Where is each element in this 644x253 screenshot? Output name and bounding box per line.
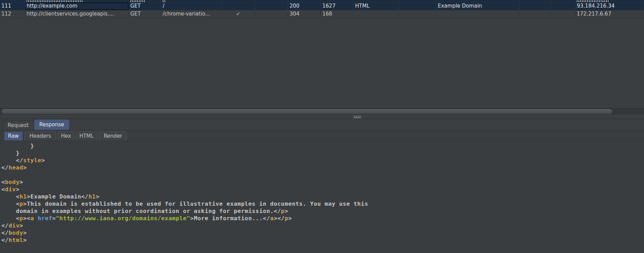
code-line: </html> [1,236,644,244]
table-row-partial[interactable] [0,0,644,2]
code-line: domain in examples without prior coordin… [1,207,644,215]
table-cell[interactable]: 112 [0,10,26,18]
table-cell[interactable] [255,10,288,18]
clipped-text-fragment [163,0,166,2]
table-cell[interactable]: HTML [353,2,399,10]
code-line: <body> [1,178,644,186]
table-row-112[interactable]: 112http://clientservices.googleapis....G… [0,10,644,18]
code-line: </body> [1,229,644,236]
table-cell[interactable] [551,10,576,18]
code-line: </head> [1,164,644,171]
clipped-text-fragment [130,0,145,2]
table-cell[interactable] [551,2,576,10]
view-mode-tabbar: RawHeadersHexHTMLRender [0,130,644,141]
clipped-text-fragment [577,0,609,2]
table-cell[interactable] [222,2,255,10]
subtab-hex[interactable]: Hex [58,132,74,140]
code-line: <p><a href="http://www.iana.org/domains/… [1,215,644,222]
message-editor-panel: RequestResponse RawHeadersHexHTMLRender … [0,119,644,253]
table-cell[interactable] [520,2,551,10]
table-cell[interactable]: http://clientservices.googleapis.... [26,10,129,18]
code-line: } [1,142,644,149]
code-line: <div> [1,186,644,193]
table-cell[interactable]: GET [129,10,161,18]
table-rows: 111http://example.comGET/2001627HTMLExam… [0,2,644,18]
table-cell[interactable] [642,2,644,10]
code-line: </style> [1,157,644,164]
table-cell[interactable]: 200 [288,2,321,10]
table-cell[interactable]: / [161,2,222,10]
code-line: <p>This domain is established to be used… [1,200,644,207]
table-cell[interactable] [520,10,551,18]
horizontal-scrollbar[interactable] [0,108,644,114]
table-cell[interactable] [399,2,436,10]
table-cell[interactable]: http://example.com [26,2,129,10]
tab-request[interactable]: Request [2,120,34,130]
clipped-text-fragment [27,0,83,2]
table-cell[interactable]: /chrome-variatio... [161,10,222,18]
subtab-html[interactable]: HTML [76,132,97,140]
subtab-raw[interactable]: Raw [4,132,23,140]
table-cell[interactable] [255,2,288,10]
table-cell[interactable]: 172.217.6.67 [576,10,642,18]
request-response-tabbar: RequestResponse [0,119,644,130]
tab-response[interactable]: Response [34,119,69,130]
panel-splitter[interactable] [0,114,644,119]
http-history-table[interactable]: 111http://example.comGET/2001627HTMLExam… [0,0,644,108]
table-cell[interactable]: ✓ [222,10,255,18]
code-line: </div> [1,222,644,229]
table-cell[interactable]: 1627 [321,2,353,10]
table-cell[interactable]: 304 [288,10,321,18]
table-cell[interactable]: GET [129,2,161,10]
subtab-headers[interactable]: Headers [24,132,56,140]
table-cell[interactable] [436,10,520,18]
code-line [1,171,644,178]
table-cell[interactable] [399,10,436,18]
h-scrollbar-thumb[interactable] [2,109,612,114]
raw-response-view[interactable]: } } </style></head> <body><div> <h1>Exam… [0,141,644,253]
table-cell[interactable]: 168 [321,10,353,18]
table-cell[interactable]: 93.184.216.34 [576,2,642,10]
table-cell[interactable]: 111 [0,2,26,10]
table-cell[interactable] [642,10,644,18]
table-row-111[interactable]: 111http://example.comGET/2001627HTMLExam… [0,2,644,10]
code-line: } [1,149,644,157]
code-line: <h1>Example Domain</h1> [1,193,644,200]
table-cell[interactable]: Example Domain [436,2,520,10]
table-cell[interactable] [353,10,399,18]
splitter-grip-icon[interactable] [353,116,361,118]
subtab-render[interactable]: Render [99,132,127,140]
